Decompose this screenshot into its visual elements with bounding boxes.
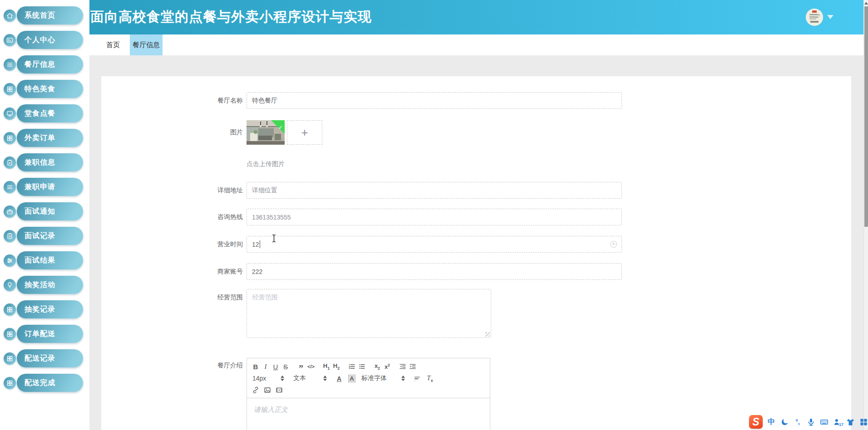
page-title: 面向高校食堂的点餐与外卖小程序设计与实现 <box>89 0 863 26</box>
sidebar-item-5[interactable]: 堂食点餐 <box>0 104 89 122</box>
hotline-input[interactable]: 13613513555 <box>247 209 622 225</box>
editor-toolbar: BIUS”</>H1H2x2x2 14px文本AA标准字体Tx <box>247 358 490 398</box>
rich-text-editor: BIUS”</>H1H2x2x2 14px文本AA标准字体Tx 请输入正文 <box>247 358 490 430</box>
scrollbar-thumb[interactable] <box>864 6 868 227</box>
sidebar-item-label: 面试记录 <box>17 227 83 245</box>
ime-zh-icon[interactable]: 中 <box>767 417 776 427</box>
grid-icon <box>4 83 16 95</box>
editor-indent-button[interactable] <box>408 361 418 372</box>
sidebar-item-label: 堂食点餐 <box>17 104 83 122</box>
sidebar-item-label: 抽奖记录 <box>17 300 83 318</box>
ime-person-badge: 17 <box>839 422 843 427</box>
editor-ol-button[interactable] <box>347 361 357 372</box>
plus-icon: + <box>301 126 308 140</box>
ime-moon-icon[interactable] <box>780 417 789 427</box>
check-icon: ✓ <box>278 124 283 131</box>
upload-tip: 点击上传图片 <box>247 160 285 168</box>
editor-h1-button[interactable]: H1 <box>321 361 331 372</box>
sidebar-item-9[interactable]: 面试通知 <box>0 202 89 220</box>
ime-keyboard-icon[interactable] <box>819 417 829 427</box>
editor-h2-button[interactable]: H2 <box>331 361 341 372</box>
avatar[interactable] <box>806 9 823 26</box>
sidebar-item-label: 特色美食 <box>17 80 83 98</box>
upload-image-button[interactable]: + <box>287 120 322 145</box>
form-card: 餐厅名称 特色餐厅 图片 <box>101 76 851 430</box>
sidebar-item-label: 面试通知 <box>17 202 83 220</box>
sidebar-item-12[interactable]: 抽奖活动 <box>0 276 89 294</box>
editor-superscript-button[interactable]: x2 <box>382 361 392 372</box>
avatar-dropdown-caret-icon[interactable] <box>827 15 833 19</box>
editor-outdent-button[interactable] <box>398 361 408 372</box>
sidebar-item-15[interactable]: 配送记录 <box>0 349 89 367</box>
id-card-icon <box>4 34 16 46</box>
editor-strike-button[interactable]: S <box>281 361 291 372</box>
restaurant-name-input[interactable]: 特色餐厅 <box>247 92 622 109</box>
business-scope-textarea[interactable]: 经营范围 <box>247 289 491 338</box>
sidebar-item-label: 面试结果 <box>17 251 83 269</box>
editor-underline-button[interactable]: U <box>271 361 281 372</box>
updown-caret-icon <box>401 376 405 381</box>
sidebar-item-label: 餐厅信息 <box>17 55 83 73</box>
ime-grid-icon[interactable] <box>859 417 868 427</box>
editor-content-area[interactable]: 请输入正文 <box>247 398 490 430</box>
ime-mic-icon[interactable] <box>806 417 815 427</box>
editor-ul-button[interactable] <box>357 361 367 372</box>
editor-code-button[interactable]: </> <box>306 361 316 372</box>
bulb-icon <box>4 279 16 291</box>
editor-bgcolor-button[interactable]: A <box>347 373 357 384</box>
sidebar-item-8[interactable]: 兼职申请 <box>0 178 89 196</box>
resize-grip[interactable] <box>485 332 490 337</box>
avatar-image <box>806 9 823 26</box>
editor-clearformat-button[interactable]: Tx <box>425 373 435 384</box>
editor-format-select[interactable]: 文本 <box>291 374 329 382</box>
sidebar-item-14[interactable]: 订单配送 <box>0 325 89 343</box>
address-input[interactable]: 详细位置 <box>247 182 622 199</box>
scrollbar-up-arrow[interactable] <box>864 2 868 5</box>
merchant-account-input[interactable]: 222 <box>247 263 622 280</box>
editor-placeholder: 请输入正文 <box>254 406 288 413</box>
image-label: 图片 <box>101 128 247 137</box>
editor-bold-button[interactable]: B <box>251 361 261 372</box>
business-hours-label: 营业时间 <box>101 240 247 249</box>
ime-punct-icon[interactable]: °, <box>793 417 802 427</box>
sidebar-item-label: 配送记录 <box>17 349 83 367</box>
text-caret <box>260 240 260 248</box>
uploaded-image-thumbnail[interactable]: ✓ <box>247 120 285 145</box>
editor-align-button[interactable] <box>412 373 422 384</box>
sidebar-item-7[interactable]: 兼职信息 <box>0 153 89 171</box>
clear-input-icon[interactable]: ✕ <box>610 241 617 248</box>
editor-fontcolor-button[interactable]: A <box>334 373 344 384</box>
list-icon <box>4 59 16 71</box>
sidebar-item-6[interactable]: 外卖订单 <box>0 129 89 147</box>
sidebar-item-10[interactable]: 面试记录 <box>0 227 89 245</box>
briefcase-icon <box>4 205 16 218</box>
sliders-icon <box>4 254 16 267</box>
editor-link-button[interactable] <box>251 385 261 396</box>
ime-shirt-icon[interactable] <box>846 417 855 427</box>
tab-home[interactable]: 首页 <box>99 34 127 55</box>
editor-video-button[interactable] <box>274 385 284 396</box>
business-hours-input[interactable]: 12 <box>247 236 622 253</box>
intro-label: 餐厅介绍 <box>101 358 247 370</box>
tab-restaurant-info[interactable]: 餐厅信息 <box>130 34 163 55</box>
sidebar-item-11[interactable]: 面试结果 <box>0 251 89 269</box>
sidebar-item-4[interactable]: 特色美食 <box>0 80 89 98</box>
editor-font-size-select[interactable]: 14px <box>251 375 286 382</box>
editor-font-family-select[interactable]: 标准字体 <box>360 374 407 382</box>
sidebar-item-label: 兼职信息 <box>17 153 83 171</box>
sidebar-item-2[interactable]: 个人中心 <box>0 31 89 49</box>
sidebar-item-16[interactable]: 配送完成 <box>0 374 89 392</box>
sidebar-item-1[interactable]: 系统首页 <box>0 6 89 24</box>
sogou-logo[interactable]: S <box>749 415 763 429</box>
ime-person-icon[interactable]: 17 <box>833 417 842 427</box>
editor-italic-button[interactable]: I <box>261 361 271 372</box>
editor-subscript-button[interactable]: x2 <box>372 361 382 372</box>
sidebar-item-3[interactable]: 餐厅信息 <box>0 55 89 73</box>
sidebar: 系统首页个人中心餐厅信息特色美食堂食点餐外卖订单兼职信息兼职申请面试通知面试记录… <box>0 0 89 430</box>
sidebar-item-label: 外卖订单 <box>17 129 83 147</box>
editor-quote-button[interactable]: ” <box>296 361 306 372</box>
sidebar-item-13[interactable]: 抽奖记录 <box>0 300 89 318</box>
ime-toolbar: S 中°,17 <box>749 415 868 429</box>
editor-image-button[interactable] <box>262 385 272 396</box>
clipboard-check-icon <box>4 156 16 169</box>
